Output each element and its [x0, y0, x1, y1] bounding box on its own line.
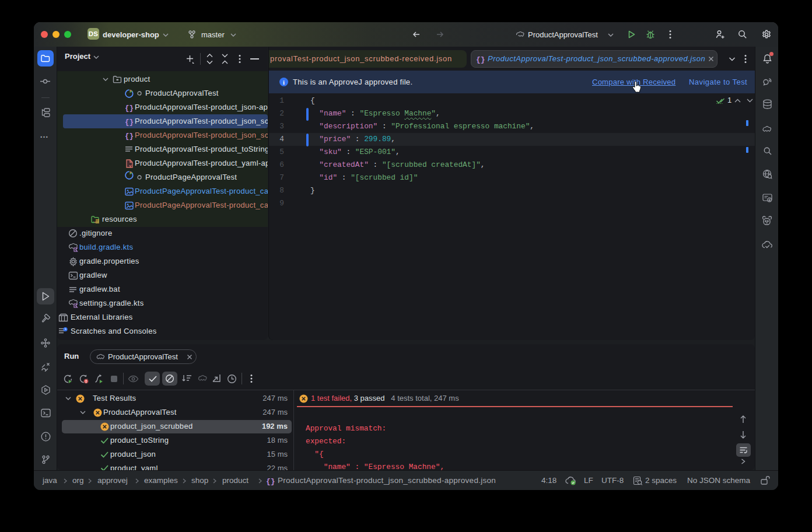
svg-text:{}: {} — [125, 132, 134, 141]
svg-text:{}: {} — [266, 477, 275, 486]
svg-text:Y: Y — [129, 164, 132, 169]
svg-text:{}: {} — [125, 104, 134, 113]
svg-text:{}: {} — [125, 118, 134, 127]
svg-text:{}: {} — [476, 55, 485, 64]
svg-text:i: i — [283, 79, 285, 86]
